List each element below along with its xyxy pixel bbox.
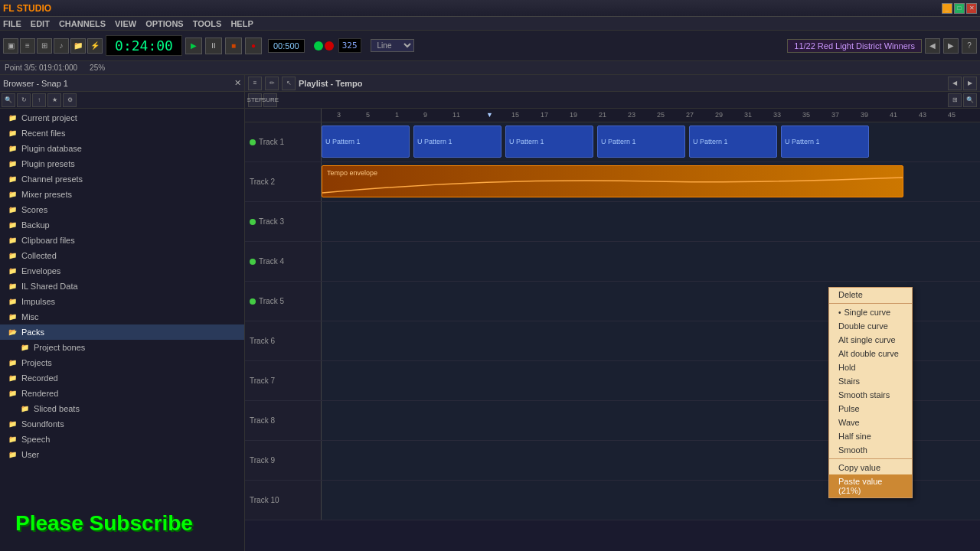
folder-icon: 📁 (6, 234, 18, 246)
ctx-double-curve[interactable]: Double curve (829, 319, 912, 333)
sidebar-item-plugin-presets[interactable]: 📁 Plugin presets (0, 156, 244, 171)
menu-tools[interactable]: TOOLS (193, 19, 222, 28)
piano-btn[interactable]: ♪ (54, 38, 69, 54)
sidebar-item-envelopes[interactable]: 📁 Envelopes (0, 263, 244, 279)
sidebar-label: Sliced beats (34, 404, 80, 413)
ruler-num: 45 (948, 111, 956, 119)
sidebar-config-btn[interactable]: ⚙ (63, 93, 77, 107)
sure-btn[interactable]: SURE (263, 93, 277, 107)
playlist-menu-btn[interactable]: ≡ (248, 77, 262, 90)
plugin-nav-left[interactable]: ◀ (925, 38, 940, 54)
menu-file[interactable]: FILE (3, 19, 21, 28)
sidebar-item-sliced-beats[interactable]: 📁 Sliced beats (0, 401, 244, 416)
ctx-wave[interactable]: Wave (829, 416, 912, 429)
track-label-4: Track 4 (245, 242, 322, 281)
step-btn[interactable]: STEP (248, 93, 262, 107)
ctx-alt-single-curve[interactable]: Alt single curve (829, 333, 912, 347)
pattern-block[interactable]: U Pattern 1 (781, 126, 869, 158)
sidebar-item-impulses[interactable]: 📁 Impulses (0, 294, 244, 309)
close-button[interactable]: ✕ (966, 3, 977, 14)
playlist-select-btn[interactable]: ↖ (282, 77, 296, 90)
sidebar-item-il-shared-data[interactable]: 📁 IL Shared Data (0, 279, 244, 294)
menu-edit[interactable]: EDIT (31, 19, 50, 28)
plugin-btn[interactable]: ⚡ (87, 38, 103, 54)
sidebar-item-channel-presets[interactable]: 📁 Channel presets (0, 171, 244, 187)
track-mode-selector[interactable]: Line Curve (371, 39, 414, 52)
sidebar-item-backup[interactable]: 📁 Backup (0, 217, 244, 233)
sidebar-item-project-bones[interactable]: 📁 Project bones (0, 340, 244, 355)
ctx-copy-value[interactable]: Copy value (829, 461, 912, 474)
sidebar-close-button[interactable]: ✕ (234, 78, 241, 88)
sidebar-item-collected[interactable]: 📁 Collected (0, 248, 244, 263)
menu-help[interactable]: HELP (230, 19, 253, 28)
ctx-smooth[interactable]: Smooth (829, 443, 912, 457)
playlist-area: ≡ ✏ ↖ Playlist - Tempo ◀ ▶ STEP SURE ⊞ 🔍… (245, 75, 980, 551)
sidebar-search-btn[interactable]: 🔍 (2, 93, 15, 107)
ctx-alt-double-curve[interactable]: Alt double curve (829, 347, 912, 360)
sidebar-up-btn[interactable]: ↑ (32, 93, 46, 107)
ctx-smooth-stairs[interactable]: Smooth stairs (829, 388, 912, 402)
pattern-block[interactable]: U Pattern 1 (505, 126, 593, 158)
window-controls: _ □ ✕ (942, 3, 977, 14)
sidebar-label: Packs (21, 328, 44, 337)
pause-button[interactable]: ⏸ (205, 37, 222, 54)
maximize-button[interactable]: □ (954, 3, 965, 14)
sidebar-item-projects[interactable]: 📁 Projects (0, 355, 244, 370)
sidebar-bookmark-btn[interactable]: ★ (47, 93, 61, 107)
sidebar-item-rendered[interactable]: 📁 Rendered (0, 386, 244, 401)
ctx-pulse[interactable]: Pulse (829, 402, 912, 416)
folder-icon: 📁 (6, 418, 18, 430)
sidebar-item-current-project[interactable]: 📁 Current project (0, 110, 244, 126)
ctx-single-curve[interactable]: • Single curve (829, 305, 912, 319)
playlist-draw-btn[interactable]: ✏ (265, 77, 279, 90)
sidebar-item-plugin-database[interactable]: 📁 Plugin database (0, 141, 244, 156)
sidebar-item-recorded[interactable]: 📁 Recorded (0, 370, 244, 386)
pattern-block[interactable]: U Pattern 1 (322, 126, 410, 158)
playlist-nav-right[interactable]: ▶ (963, 77, 977, 90)
sidebar-item-user[interactable]: 📁 User (0, 447, 244, 462)
plugin-nav-right[interactable]: ▶ (943, 38, 959, 54)
menu-options[interactable]: OPTIONS (145, 19, 184, 28)
stop-button[interactable]: ■ (225, 37, 242, 54)
mixer-btn[interactable]: ⊞ (37, 38, 52, 54)
sidebar-item-misc[interactable]: 📁 Misc (0, 309, 244, 324)
pattern-block[interactable]: U Pattern 1 (413, 126, 501, 158)
folder-icon: 📁 (6, 204, 18, 216)
browser-btn[interactable]: 📁 (70, 38, 86, 54)
menu-channels[interactable]: CHANNELS (59, 19, 106, 28)
play-button[interactable]: ▶ (185, 37, 202, 54)
track-content-4[interactable] (322, 242, 980, 281)
sidebar-item-mixer-presets[interactable]: 📁 Mixer presets (0, 187, 244, 202)
sidebar-item-clipboard[interactable]: 📁 Clipboard files (0, 233, 244, 248)
minimize-button[interactable]: _ (942, 3, 952, 14)
pattern-btn[interactable]: ▣ (3, 38, 18, 54)
help-btn[interactable]: ? (962, 38, 977, 54)
record-button[interactable]: ● (245, 37, 262, 54)
track-content-2[interactable]: Tempo envelope (322, 162, 980, 201)
sidebar-item-packs[interactable]: 📂 Packs (0, 324, 244, 340)
channel-btn[interactable]: ≡ (20, 38, 35, 54)
snap-btn[interactable]: ⊞ (948, 93, 962, 107)
ctx-paste-value[interactable]: Paste value (21%) (829, 474, 912, 497)
menu-view[interactable]: VIEW (115, 19, 136, 28)
zoom-btn[interactable]: 🔍 (963, 93, 977, 107)
ctx-hold[interactable]: Hold (829, 360, 912, 374)
ruler-num: 11 (452, 111, 460, 119)
track-content-3[interactable] (322, 202, 980, 241)
sidebar-item-recent-files[interactable]: 📁 Recent files (0, 126, 244, 141)
sidebar-refresh-btn[interactable]: ↻ (17, 93, 31, 107)
pattern-block[interactable]: U Pattern 1 (689, 126, 777, 158)
pattern-block[interactable]: U Pattern 1 (597, 126, 685, 158)
ruler-num: 3 (337, 111, 341, 119)
sidebar-item-speech[interactable]: 📁 Speech (0, 432, 244, 447)
tempo-envelope-block[interactable]: Tempo envelope (322, 165, 903, 197)
ctx-delete[interactable]: Delete (829, 288, 912, 302)
sidebar-item-scores[interactable]: 📁 Scores (0, 202, 244, 217)
sidebar-item-soundfonts[interactable]: 📁 Soundfonts (0, 416, 244, 432)
ctx-stairs[interactable]: Stairs (829, 374, 912, 388)
track-content-1[interactable]: U Pattern 1 U Pattern 1 U Pattern 1 U Pa… (322, 122, 980, 161)
track-row-3: Track 3 (245, 202, 980, 242)
ctx-half-sine[interactable]: Half sine (829, 429, 912, 443)
ruler-num: 37 (831, 111, 839, 119)
playlist-nav-left[interactable]: ◀ (948, 77, 962, 90)
